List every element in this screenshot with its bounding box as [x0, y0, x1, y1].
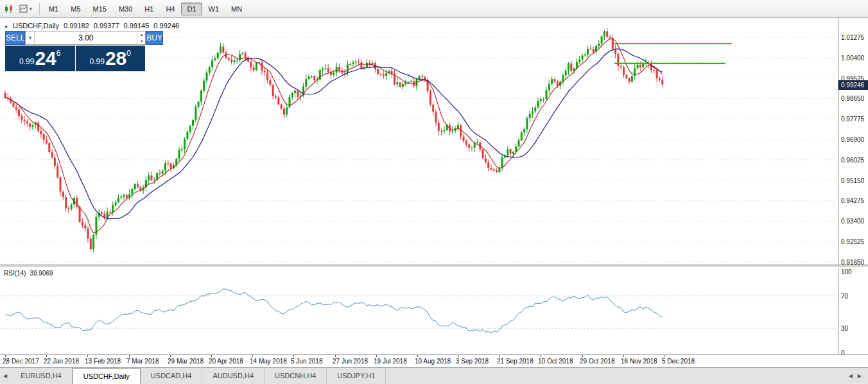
tab-audusd[interactable]: AUDUSD,H4	[202, 368, 265, 384]
ohlc-high: 0.99377	[94, 22, 119, 30]
price-scale[interactable]: 0.99246 1.012751.004000.995250.986500.97…	[838, 18, 868, 354]
volume-dropdown-icon[interactable]: ▼	[26, 31, 35, 44]
tab-usdcnh[interactable]: USDCNH,H4	[265, 368, 327, 384]
price-tick-label: 0.98650	[841, 95, 864, 102]
rsi-tick-label: 30	[841, 325, 848, 332]
sell-price-pips: 24	[35, 47, 56, 70]
buy-price-point: 0	[126, 49, 131, 58]
rsi-tick-label: 100	[841, 268, 852, 275]
toolbar: ▼ M1M5M15M30H1H4D1W1MN	[0, 0, 868, 18]
tab-usdcad[interactable]: USDCAD,H4	[141, 368, 203, 384]
timeframe-button-h1[interactable]: H1	[139, 3, 159, 15]
volume-up-icon[interactable]: ▲	[137, 31, 145, 38]
timeframe-button-d1[interactable]: D1	[181, 3, 202, 15]
date-tick	[87, 355, 88, 357]
rsi-indicator-value: 39.9069	[30, 270, 53, 277]
price-tick-label: 0.92525	[841, 238, 864, 245]
sell-price-point: 6	[56, 49, 61, 58]
date-tick	[623, 355, 624, 357]
date-label: 22 Jan 2018	[44, 358, 79, 365]
pane-divider[interactable]	[0, 265, 868, 268]
sell-price-display[interactable]: 0.99 24 6	[5, 46, 75, 71]
timeframe-button-m30[interactable]: M30	[113, 3, 138, 15]
timeframe-button-w1[interactable]: W1	[203, 3, 225, 15]
one-click-trading-panel: SELL ▼ ▲ ▼ BUY 0.99 24 6 0	[5, 31, 145, 71]
symbol-label: USDCHF,Daily	[13, 22, 59, 30]
timeframe-button-mn[interactable]: MN	[225, 3, 248, 15]
date-tick	[582, 355, 583, 357]
date-label: 5 Jun 2018	[291, 358, 323, 365]
rsi-tick-label: 70	[841, 293, 848, 300]
date-tick	[664, 355, 665, 357]
price-tick-label: 0.96900	[841, 136, 864, 143]
timeframe-button-m5[interactable]: M5	[65, 3, 86, 15]
date-axis[interactable]: 28 Dec 201722 Jan 201813 Feb 20187 Mar 2…	[0, 354, 868, 367]
tabs-scroll-left-icon[interactable]: ◀	[0, 368, 10, 384]
date-label: 29 Oct 2018	[580, 358, 614, 365]
date-tick	[46, 355, 47, 357]
date-tick	[541, 355, 541, 357]
price-tick-label: 1.01275	[841, 34, 864, 41]
rsi-indicator-name: RSI(14)	[4, 270, 26, 277]
chart-tab-bar: ◀ EURUSD,H4USDCHF,DailyUSDCAD,H4AUDUSD,H…	[0, 367, 868, 384]
sell-price-prefix: 0.99	[19, 57, 34, 66]
mt4-window: ▼ M1M5M15M30H1H4D1W1MN ▲ USDCHF,Daily 0.…	[0, 0, 868, 384]
date-label: 20 Apr 2018	[209, 358, 243, 365]
date-label: 29 Mar 2018	[168, 358, 204, 365]
buy-price-display[interactable]: 0.99 28 0	[76, 46, 146, 71]
tab-usdjpy[interactable]: USDJPY,H1	[327, 368, 386, 384]
date-label: 14 May 2018	[250, 358, 287, 365]
sell-button[interactable]: SELL	[5, 31, 25, 45]
ohlc-close: 0.99246	[153, 22, 179, 30]
date-label: 3 Sep 2018	[456, 358, 489, 365]
ohlc-open: 0.99182	[64, 22, 89, 30]
date-label: 7 Mar 2018	[126, 358, 159, 365]
date-label: 13 Feb 2018	[85, 358, 121, 365]
date-tick	[170, 355, 171, 357]
timeframe-toolbar: M1M5M15M30H1H4D1W1MN	[43, 3, 248, 15]
price-tick-label: 1.00400	[841, 55, 864, 62]
date-tick	[335, 355, 336, 357]
date-tick	[293, 355, 294, 357]
collapse-icon[interactable]: ▲	[4, 24, 8, 28]
tabs-scroll-left2-icon[interactable]: ◀	[849, 373, 853, 379]
buy-price-pips: 28	[105, 47, 126, 70]
timeframe-button-m15[interactable]: M15	[87, 3, 112, 15]
date-tick	[417, 355, 418, 357]
timeframe-button-h4[interactable]: H4	[160, 3, 180, 15]
ohlc-low: 0.99145	[124, 22, 150, 30]
rsi-indicator-canvas[interactable]	[0, 268, 838, 354]
date-label: 28 Dec 2017	[3, 358, 39, 365]
price-tick-label: 0.93400	[841, 218, 864, 225]
date-tick	[211, 355, 212, 357]
date-label: 19 Jul 2018	[374, 358, 407, 365]
new-chart-icon[interactable]	[2, 1, 16, 17]
tab-eurusd[interactable]: EURUSD,H4	[10, 368, 73, 384]
date-label: 10 Aug 2018	[415, 358, 451, 365]
tab-usdchf[interactable]: USDCHF,Daily	[73, 368, 141, 384]
volume-input[interactable]	[35, 31, 137, 44]
price-tick-label: 0.96025	[841, 157, 864, 164]
price-tick-label: 0.95150	[841, 177, 864, 184]
volume-down-icon[interactable]: ▼	[137, 38, 145, 44]
date-label: 21 Sep 2018	[497, 358, 534, 365]
date-tick	[499, 355, 500, 357]
tabs-scroll-right-icon[interactable]: ▶	[858, 373, 862, 379]
chart-area: ▲ USDCHF,Daily 0.99182 0.99377 0.99145 0…	[0, 18, 868, 367]
date-tick	[129, 355, 130, 357]
price-tick-label: 0.94275	[841, 197, 864, 204]
chart-style-glyph	[19, 4, 28, 13]
volume-spinner: ▲ ▼	[137, 31, 145, 44]
toolbar-separator	[39, 3, 40, 15]
current-price-badge: 0.99246	[838, 80, 868, 90]
chart-style-icon[interactable]: ▼	[17, 1, 35, 17]
date-tick	[252, 355, 253, 357]
rsi-label-row: RSI(14) 39.9069	[4, 270, 53, 277]
timeframe-button-m1[interactable]: M1	[43, 3, 64, 15]
buy-button[interactable]: BUY	[146, 31, 163, 45]
date-label: 27 Jun 2018	[333, 358, 368, 365]
date-tick	[376, 355, 377, 357]
tabs-scroll-group: ◀ ▶	[842, 368, 868, 384]
tab-list: EURUSD,H4USDCHF,DailyUSDCAD,H4AUDUSD,H4U…	[10, 368, 386, 384]
date-label: 10 Oct 2018	[538, 358, 573, 365]
